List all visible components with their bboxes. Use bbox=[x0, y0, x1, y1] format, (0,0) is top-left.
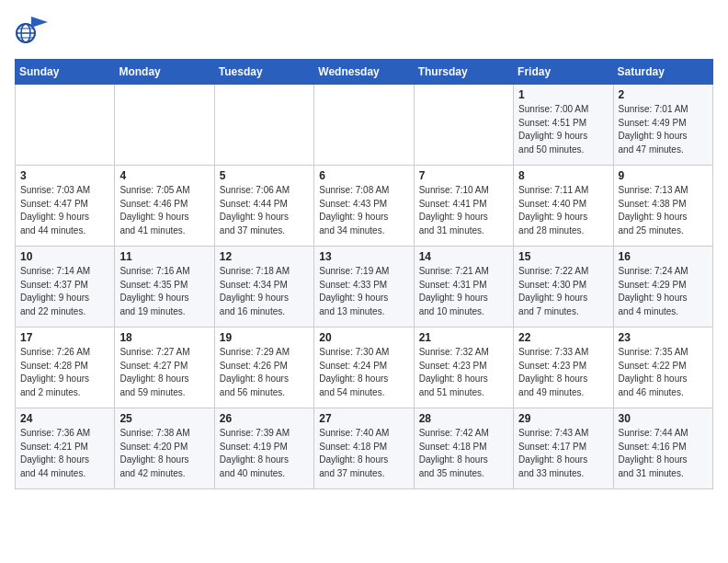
day-info: Sunrise: 7:42 AM Sunset: 4:18 PM Dayligh… bbox=[419, 427, 508, 480]
calendar-cell: 26Sunrise: 7:39 AM Sunset: 4:19 PM Dayli… bbox=[214, 408, 313, 489]
day-number: 9 bbox=[619, 169, 708, 182]
day-info: Sunrise: 7:14 AM Sunset: 4:37 PM Dayligh… bbox=[20, 265, 109, 318]
calendar-row: 1Sunrise: 7:00 AM Sunset: 4:51 PM Daylig… bbox=[16, 85, 713, 166]
calendar-cell: 9Sunrise: 7:13 AM Sunset: 4:38 PM Daylig… bbox=[613, 166, 712, 247]
day-info: Sunrise: 7:16 AM Sunset: 4:35 PM Dayligh… bbox=[119, 265, 209, 318]
calendar-cell: 21Sunrise: 7:32 AM Sunset: 4:23 PM Dayli… bbox=[414, 327, 513, 408]
calendar-cell: 4Sunrise: 7:05 AM Sunset: 4:46 PM Daylig… bbox=[115, 166, 214, 247]
day-info: Sunrise: 7:29 AM Sunset: 4:26 PM Dayligh… bbox=[220, 346, 309, 399]
day-number: 22 bbox=[518, 331, 608, 344]
col-friday: Friday bbox=[514, 60, 613, 85]
day-number: 7 bbox=[419, 169, 508, 182]
day-info: Sunrise: 7:11 AM Sunset: 4:40 PM Dayligh… bbox=[518, 184, 608, 237]
calendar-cell: 27Sunrise: 7:40 AM Sunset: 4:18 PM Dayli… bbox=[314, 408, 414, 489]
day-info: Sunrise: 7:43 AM Sunset: 4:17 PM Dayligh… bbox=[518, 427, 608, 480]
calendar-body: 1Sunrise: 7:00 AM Sunset: 4:51 PM Daylig… bbox=[16, 85, 713, 489]
calendar-cell: 28Sunrise: 7:42 AM Sunset: 4:18 PM Dayli… bbox=[414, 408, 513, 489]
day-info: Sunrise: 7:10 AM Sunset: 4:41 PM Dayligh… bbox=[419, 184, 508, 237]
day-number: 1 bbox=[518, 88, 608, 101]
day-number: 2 bbox=[619, 88, 708, 101]
calendar-cell: 17Sunrise: 7:26 AM Sunset: 4:28 PM Dayli… bbox=[16, 327, 115, 408]
calendar-cell: 5Sunrise: 7:06 AM Sunset: 4:44 PM Daylig… bbox=[214, 166, 313, 247]
calendar-row: 24Sunrise: 7:36 AM Sunset: 4:21 PM Dayli… bbox=[16, 408, 713, 489]
calendar-row: 10Sunrise: 7:14 AM Sunset: 4:37 PM Dayli… bbox=[16, 247, 713, 327]
day-info: Sunrise: 7:21 AM Sunset: 4:31 PM Dayligh… bbox=[419, 265, 508, 318]
day-info: Sunrise: 7:22 AM Sunset: 4:30 PM Dayligh… bbox=[518, 265, 608, 318]
calendar-cell: 1Sunrise: 7:00 AM Sunset: 4:51 PM Daylig… bbox=[514, 85, 613, 166]
day-info: Sunrise: 7:44 AM Sunset: 4:16 PM Dayligh… bbox=[619, 427, 708, 480]
day-number: 29 bbox=[518, 412, 608, 425]
calendar-cell: 22Sunrise: 7:33 AM Sunset: 4:23 PM Dayli… bbox=[514, 327, 613, 408]
calendar-table: Sunday Monday Tuesday Wednesday Thursday… bbox=[15, 59, 713, 489]
calendar-cell: 10Sunrise: 7:14 AM Sunset: 4:37 PM Dayli… bbox=[16, 247, 115, 327]
logo-icon bbox=[15, 15, 48, 48]
day-number: 8 bbox=[518, 169, 608, 182]
day-number: 6 bbox=[319, 169, 408, 182]
day-info: Sunrise: 7:19 AM Sunset: 4:33 PM Dayligh… bbox=[319, 265, 408, 318]
day-number: 4 bbox=[119, 169, 209, 182]
calendar-cell: 14Sunrise: 7:21 AM Sunset: 4:31 PM Dayli… bbox=[414, 247, 513, 327]
calendar-cell bbox=[16, 85, 115, 166]
day-info: Sunrise: 7:26 AM Sunset: 4:28 PM Dayligh… bbox=[20, 346, 109, 399]
calendar-cell: 12Sunrise: 7:18 AM Sunset: 4:34 PM Dayli… bbox=[214, 247, 313, 327]
day-number: 28 bbox=[419, 412, 508, 425]
day-number: 10 bbox=[20, 250, 109, 263]
day-number: 19 bbox=[220, 331, 309, 344]
day-info: Sunrise: 7:05 AM Sunset: 4:46 PM Dayligh… bbox=[119, 184, 209, 237]
calendar-cell: 8Sunrise: 7:11 AM Sunset: 4:40 PM Daylig… bbox=[514, 166, 613, 247]
day-number: 14 bbox=[419, 250, 508, 263]
calendar-cell: 24Sunrise: 7:36 AM Sunset: 4:21 PM Dayli… bbox=[16, 408, 115, 489]
day-info: Sunrise: 7:18 AM Sunset: 4:34 PM Dayligh… bbox=[220, 265, 309, 318]
day-number: 5 bbox=[220, 169, 309, 182]
day-info: Sunrise: 7:30 AM Sunset: 4:24 PM Dayligh… bbox=[319, 346, 408, 399]
day-info: Sunrise: 7:32 AM Sunset: 4:23 PM Dayligh… bbox=[419, 346, 508, 399]
day-info: Sunrise: 7:27 AM Sunset: 4:27 PM Dayligh… bbox=[119, 346, 209, 399]
day-number: 30 bbox=[619, 412, 708, 425]
calendar-cell: 3Sunrise: 7:03 AM Sunset: 4:47 PM Daylig… bbox=[16, 166, 115, 247]
calendar-cell: 16Sunrise: 7:24 AM Sunset: 4:29 PM Dayli… bbox=[613, 247, 712, 327]
day-number: 17 bbox=[20, 331, 109, 344]
calendar-cell: 25Sunrise: 7:38 AM Sunset: 4:20 PM Dayli… bbox=[115, 408, 214, 489]
calendar-cell bbox=[115, 85, 214, 166]
calendar-cell: 19Sunrise: 7:29 AM Sunset: 4:26 PM Dayli… bbox=[214, 327, 313, 408]
day-info: Sunrise: 7:03 AM Sunset: 4:47 PM Dayligh… bbox=[20, 184, 109, 237]
day-number: 18 bbox=[119, 331, 209, 344]
day-number: 27 bbox=[319, 412, 408, 425]
day-info: Sunrise: 7:35 AM Sunset: 4:22 PM Dayligh… bbox=[619, 346, 708, 399]
calendar-cell: 13Sunrise: 7:19 AM Sunset: 4:33 PM Dayli… bbox=[314, 247, 414, 327]
day-info: Sunrise: 7:06 AM Sunset: 4:44 PM Dayligh… bbox=[220, 184, 309, 237]
col-thursday: Thursday bbox=[414, 60, 513, 85]
col-monday: Monday bbox=[115, 60, 214, 85]
day-number: 16 bbox=[619, 250, 708, 263]
calendar-cell: 20Sunrise: 7:30 AM Sunset: 4:24 PM Dayli… bbox=[314, 327, 414, 408]
page-header bbox=[15, 15, 713, 48]
day-info: Sunrise: 7:40 AM Sunset: 4:18 PM Dayligh… bbox=[319, 427, 408, 480]
calendar-cell bbox=[214, 85, 313, 166]
calendar-cell: 7Sunrise: 7:10 AM Sunset: 4:41 PM Daylig… bbox=[414, 166, 513, 247]
calendar-cell bbox=[414, 85, 513, 166]
calendar-cell: 30Sunrise: 7:44 AM Sunset: 4:16 PM Dayli… bbox=[613, 408, 712, 489]
day-number: 25 bbox=[119, 412, 209, 425]
calendar-cell: 11Sunrise: 7:16 AM Sunset: 4:35 PM Dayli… bbox=[115, 247, 214, 327]
col-sunday: Sunday bbox=[16, 60, 115, 85]
day-info: Sunrise: 7:36 AM Sunset: 4:21 PM Dayligh… bbox=[20, 427, 109, 480]
col-wednesday: Wednesday bbox=[314, 60, 414, 85]
calendar-cell bbox=[314, 85, 414, 166]
calendar-row: 17Sunrise: 7:26 AM Sunset: 4:28 PM Dayli… bbox=[16, 327, 713, 408]
calendar-cell: 6Sunrise: 7:08 AM Sunset: 4:43 PM Daylig… bbox=[314, 166, 414, 247]
day-number: 23 bbox=[619, 331, 708, 344]
calendar-cell: 15Sunrise: 7:22 AM Sunset: 4:30 PM Dayli… bbox=[514, 247, 613, 327]
day-info: Sunrise: 7:00 AM Sunset: 4:51 PM Dayligh… bbox=[518, 103, 608, 156]
day-info: Sunrise: 7:38 AM Sunset: 4:20 PM Dayligh… bbox=[119, 427, 209, 480]
col-saturday: Saturday bbox=[613, 60, 712, 85]
col-tuesday: Tuesday bbox=[214, 60, 313, 85]
calendar-cell: 29Sunrise: 7:43 AM Sunset: 4:17 PM Dayli… bbox=[514, 408, 613, 489]
day-info: Sunrise: 7:01 AM Sunset: 4:49 PM Dayligh… bbox=[619, 103, 708, 156]
day-number: 20 bbox=[319, 331, 408, 344]
day-info: Sunrise: 7:33 AM Sunset: 4:23 PM Dayligh… bbox=[518, 346, 608, 399]
day-info: Sunrise: 7:39 AM Sunset: 4:19 PM Dayligh… bbox=[220, 427, 309, 480]
calendar-header: Sunday Monday Tuesday Wednesday Thursday… bbox=[16, 60, 713, 85]
day-number: 12 bbox=[220, 250, 309, 263]
calendar-cell: 2Sunrise: 7:01 AM Sunset: 4:49 PM Daylig… bbox=[613, 85, 712, 166]
calendar-cell: 18Sunrise: 7:27 AM Sunset: 4:27 PM Dayli… bbox=[115, 327, 214, 408]
